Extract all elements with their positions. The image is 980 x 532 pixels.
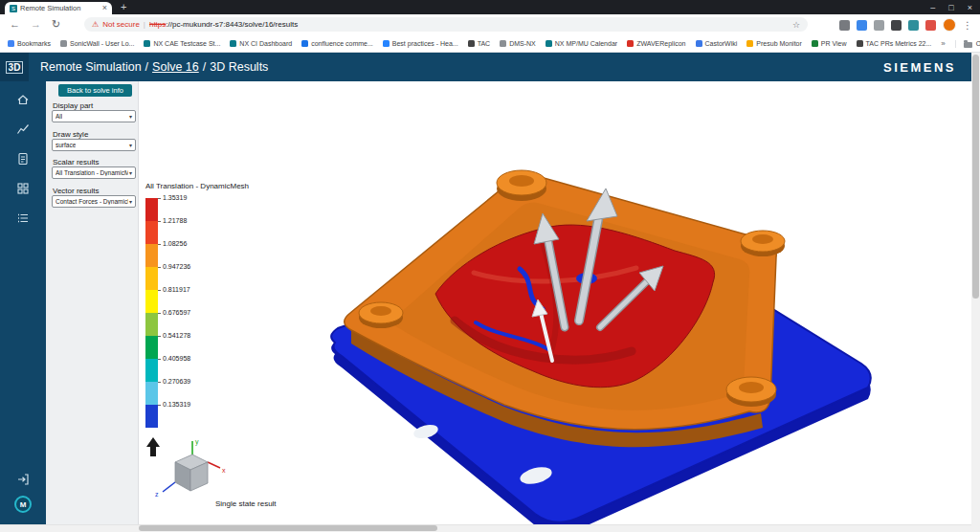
tab-close-icon[interactable]: × bbox=[102, 4, 107, 12]
up-arrow-icon bbox=[146, 437, 160, 456]
bookmark-item[interactable]: NX CAE Testcase St... bbox=[144, 40, 220, 47]
legend-band: 1.21788 bbox=[145, 221, 158, 244]
bookmark-label: Presub Monitor bbox=[756, 40, 801, 47]
browser-tab-strip: S Remote Simulation × + – □ × bbox=[0, 0, 980, 14]
corner-boss bbox=[726, 377, 776, 407]
scalar-results-select[interactable]: All Translation - DynamicMes ▾ bbox=[52, 166, 136, 179]
other-bookmarks-label: Other bookmarks bbox=[976, 40, 980, 47]
reload-icon[interactable]: ↻ bbox=[52, 18, 60, 31]
url-scheme-struck: https bbox=[149, 20, 166, 29]
url-rest: ://pc-mukundr-s7:8443/solve/16/results bbox=[166, 20, 298, 29]
bookmark-label: DMS-NX bbox=[509, 40, 536, 47]
legend-band: 0.811917 bbox=[145, 290, 158, 313]
bookmarks-overflow-icon[interactable]: » bbox=[941, 39, 945, 48]
bookmark-item[interactable]: Best practices - Hea... bbox=[383, 40, 458, 47]
display-part-select[interactable]: All ▾ bbox=[52, 110, 136, 122]
bookmark-label: ZWAVEReplicon bbox=[636, 40, 685, 47]
vector-results-value: Contact Forces - DynamicMe bbox=[56, 198, 128, 205]
extension-icon[interactable] bbox=[874, 20, 884, 31]
app-logo-text: 3D bbox=[6, 61, 24, 74]
bookmark-favicon bbox=[696, 40, 702, 47]
bookmark-item[interactable]: PR View bbox=[812, 40, 847, 47]
not-secure-label: Not secure bbox=[102, 20, 140, 29]
new-tab-button[interactable]: + bbox=[121, 1, 126, 12]
scrollbar-corner bbox=[971, 524, 980, 532]
sidebar-item-home[interactable] bbox=[16, 93, 30, 106]
vector-results-select[interactable]: Contact Forces - DynamicMe ▾ bbox=[52, 195, 136, 208]
vertical-scrollbar-thumb[interactable] bbox=[972, 55, 979, 299]
legend-band: 0.541278 bbox=[145, 336, 158, 359]
legend-band: 0.135319 bbox=[145, 405, 158, 428]
bookmark-item[interactable]: TAC bbox=[468, 40, 490, 47]
user-avatar[interactable]: M bbox=[14, 496, 32, 513]
extension-icon[interactable] bbox=[857, 20, 867, 31]
browser-menu-icon[interactable]: ⋮ bbox=[963, 20, 972, 31]
bookmark-item[interactable]: NX MP/MU Calendar bbox=[546, 40, 617, 47]
scalar-results-label: Scalar results bbox=[53, 158, 99, 166]
bookmark-favicon bbox=[144, 40, 150, 47]
axis-x-label: x bbox=[222, 467, 226, 474]
sidebar-item-queue[interactable] bbox=[16, 211, 30, 225]
other-bookmarks-button[interactable]: Other bookmarks bbox=[955, 40, 980, 48]
window-maximize-button[interactable]: □ bbox=[948, 3, 953, 12]
extension-icon[interactable] bbox=[891, 20, 902, 31]
bookmark-favicon bbox=[500, 40, 506, 47]
vertical-scrollbar[interactable] bbox=[971, 53, 980, 524]
breadcrumb-solve-link[interactable]: Solve 16 bbox=[152, 60, 199, 74]
horizontal-scrollbar-thumb[interactable] bbox=[139, 525, 437, 531]
bookmark-item[interactable]: Bookmarks bbox=[8, 40, 51, 47]
chevron-down-icon: ▾ bbox=[129, 113, 132, 120]
sidebar-item-documents[interactable] bbox=[16, 152, 30, 166]
legend-tick-label: 0.405958 bbox=[163, 355, 190, 362]
bookmark-label: CastorWiki bbox=[705, 40, 738, 47]
vector-results-label: Vector results bbox=[53, 187, 99, 195]
window-close-button[interactable]: × bbox=[968, 3, 972, 12]
not-secure-warning-icon[interactable]: ⚠ bbox=[92, 20, 99, 29]
color-legend: 1.35319 1.21788 1.08256 0.947236 0.81191… bbox=[145, 198, 158, 428]
legend-tick-label: 1.21788 bbox=[163, 217, 187, 224]
extension-icon[interactable] bbox=[925, 20, 936, 31]
bookmark-item[interactable]: DMS-NX bbox=[500, 40, 536, 47]
app-logo[interactable]: 3D bbox=[0, 53, 29, 81]
sidebar-item-solves[interactable] bbox=[16, 182, 30, 195]
legend-tick-label: 1.08256 bbox=[163, 240, 187, 247]
3d-model-canvas[interactable]: y x z bbox=[139, 81, 971, 524]
axis-y-label: y bbox=[195, 438, 199, 446]
extension-icon[interactable] bbox=[908, 20, 919, 31]
bookmark-favicon bbox=[8, 40, 14, 47]
sidebar-item-results[interactable] bbox=[16, 122, 30, 136]
bookmark-favicon bbox=[301, 40, 308, 47]
bookmark-item[interactable]: NX CI Dashboard bbox=[230, 40, 292, 47]
legend-tick-label: 0.947236 bbox=[163, 263, 190, 270]
browser-tab[interactable]: S Remote Simulation × bbox=[5, 2, 112, 14]
back-icon[interactable]: ← bbox=[10, 18, 20, 31]
extension-icon[interactable] bbox=[839, 20, 850, 31]
bookmark-favicon bbox=[627, 40, 634, 47]
bookmark-item[interactable]: ZWAVEReplicon bbox=[627, 40, 685, 47]
sidebar-logout-button[interactable] bbox=[16, 473, 30, 486]
legend-band: 1.35319 bbox=[145, 198, 158, 221]
legend-band: 0.270639 bbox=[145, 382, 158, 405]
chevron-down-icon: ▾ bbox=[129, 169, 132, 176]
draw-style-select[interactable]: surface ▾ bbox=[52, 139, 136, 151]
browser-profile-avatar[interactable] bbox=[943, 18, 956, 32]
bookmark-favicon bbox=[746, 40, 753, 47]
bookmark-favicon bbox=[468, 40, 475, 47]
bookmark-item[interactable]: Presub Monitor bbox=[746, 40, 801, 47]
tab-favicon-icon: S bbox=[10, 5, 17, 12]
bookmark-item[interactable]: SonicWall - User Lo... bbox=[60, 40, 134, 47]
forward-icon[interactable]: → bbox=[31, 18, 41, 31]
bookmark-item[interactable]: TAC PRs Metrics 22... bbox=[857, 40, 932, 47]
screen: S Remote Simulation × + – □ × ← → ↻ ⚠ No… bbox=[0, 0, 980, 532]
address-bar[interactable]: ⚠ Not secure | https://pc-mukundr-s7:844… bbox=[84, 17, 808, 32]
sidebar-rail: M bbox=[0, 81, 46, 524]
3d-viewport[interactable]: y x z All Translation - DynamicMesh 1.35… bbox=[139, 81, 971, 524]
bookmark-item[interactable]: CastorWiki bbox=[696, 40, 738, 47]
draw-style-label: Draw style bbox=[53, 130, 88, 139]
bookmark-label: NX CAE Testcase St... bbox=[153, 40, 220, 47]
window-minimize-button[interactable]: – bbox=[930, 3, 935, 12]
corner-boss bbox=[359, 302, 403, 328]
bookmark-item[interactable]: confluence comme... bbox=[301, 40, 373, 47]
bookmark-star-icon[interactable]: ☆ bbox=[792, 20, 800, 30]
back-to-solve-info-button[interactable]: Back to solve info bbox=[58, 84, 132, 97]
